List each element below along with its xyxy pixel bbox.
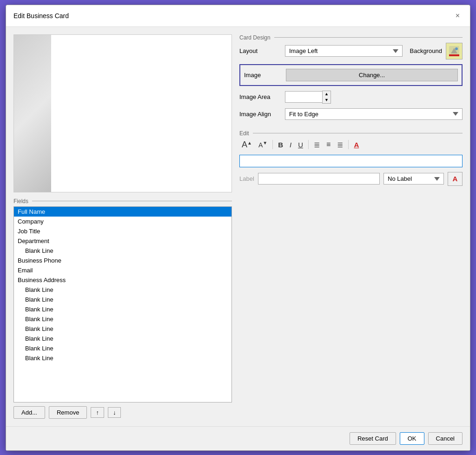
label-type-select[interactable]: No Label Right Left Above Below	[383, 173, 444, 185]
svg-rect-2	[449, 54, 459, 56]
increase-font-button[interactable]: A▲	[239, 138, 254, 151]
edit-text-input[interactable]	[239, 155, 463, 167]
align-left-button[interactable]: ≣	[311, 139, 322, 151]
label-text-label: Label	[239, 175, 254, 182]
image-area-input[interactable]: 16%	[285, 91, 322, 103]
list-item[interactable]: Email	[14, 265, 231, 275]
label-row: Label No Label Right Left Above Below A	[239, 172, 463, 186]
list-item[interactable]: Job Title	[14, 226, 231, 236]
card-preview-image	[14, 35, 51, 192]
ok-button[interactable]: OK	[400, 432, 424, 445]
dialog-body: Fields Full NameCompanyJob TitleDepartme…	[6, 27, 470, 426]
list-item[interactable]: Company	[14, 217, 231, 226]
image-align-select[interactable]: Fit to Edge Stretch Center	[285, 108, 463, 120]
remove-button[interactable]: Remove	[49, 406, 87, 419]
list-item[interactable]: Department	[14, 236, 231, 246]
list-item[interactable]: Blank Line	[14, 334, 231, 343]
list-item[interactable]: Business Address	[14, 275, 231, 285]
layout-label: Layout	[239, 47, 281, 54]
italic-button[interactable]: I	[287, 139, 294, 150]
fields-list: Full NameCompanyJob TitleDepartmentBlank…	[13, 206, 232, 402]
image-label: Image	[244, 72, 286, 79]
card-design-section: Card Design Layout Image Left Image Righ…	[239, 34, 463, 125]
label-color-button[interactable]: A	[448, 172, 463, 186]
spinner-buttons: ▲ ▼	[322, 91, 331, 104]
fields-section-label: Fields	[13, 198, 232, 204]
list-item[interactable]: Blank Line	[14, 353, 231, 363]
toolbar-sep-2	[308, 140, 309, 149]
card-preview	[13, 34, 232, 192]
change-image-button[interactable]: Change...	[286, 69, 458, 81]
background-label: Background	[410, 47, 442, 54]
edit-toolbar: A▲ A▼ B I U ≣ ≡ ≣ A	[239, 138, 463, 151]
dialog-footer: Reset Card OK Cancel	[6, 426, 470, 450]
background-button[interactable]	[446, 43, 463, 59]
image-box: Image Change...	[239, 64, 463, 86]
align-center-button[interactable]: ≡	[324, 139, 333, 150]
cancel-button[interactable]: Cancel	[428, 432, 463, 445]
image-area-spinner: 16% ▲ ▼	[285, 91, 331, 104]
align-right-button[interactable]: ≣	[335, 139, 345, 151]
list-item[interactable]: Blank Line	[14, 285, 231, 295]
svg-point-1	[455, 47, 458, 50]
spinner-down[interactable]: ▼	[323, 97, 331, 103]
image-align-label: Image Align	[239, 111, 281, 118]
toolbar-sep-3	[348, 140, 349, 149]
image-align-row: Image Align Fit to Edge Stretch Center	[239, 108, 463, 120]
toolbar-sep-1	[272, 140, 273, 149]
fields-section: Fields Full NameCompanyJob TitleDepartme…	[13, 198, 232, 419]
move-down-button[interactable]: ↓	[108, 407, 121, 418]
add-button[interactable]: Add...	[13, 406, 45, 419]
list-item[interactable]: Blank Line	[14, 343, 231, 353]
card-design-label: Card Design	[239, 34, 463, 41]
move-up-button[interactable]: ↑	[91, 407, 104, 418]
list-item[interactable]: Blank Line	[14, 295, 231, 304]
layout-select[interactable]: Image Left Image Right Image Top No Imag…	[285, 45, 403, 57]
fields-buttons: Add... Remove ↑ ↓	[13, 406, 232, 419]
dialog-title: Edit Business Card	[13, 12, 69, 20]
bold-button[interactable]: B	[276, 139, 285, 150]
left-panel: Fields Full NameCompanyJob TitleDepartme…	[13, 34, 232, 419]
edit-business-card-dialog: Edit Business Card × Fields Full NameCom…	[6, 5, 470, 451]
reset-card-button[interactable]: Reset Card	[350, 432, 396, 445]
layout-row: Layout Image Left Image Right Image Top …	[239, 43, 463, 59]
edit-section: Edit A▲ A▼ B I U ≣ ≡ ≣	[239, 130, 463, 419]
label-input[interactable]	[258, 173, 380, 185]
list-item[interactable]: Blank Line	[14, 246, 231, 256]
list-item[interactable]: Blank Line	[14, 304, 231, 314]
list-item[interactable]: Business Phone	[14, 256, 231, 265]
image-area-label: Image Area	[239, 93, 281, 100]
underline-button[interactable]: U	[296, 139, 305, 150]
title-bar: Edit Business Card ×	[6, 5, 470, 27]
list-item[interactable]: Blank Line	[14, 314, 231, 324]
close-button[interactable]: ×	[453, 11, 463, 21]
font-color-button[interactable]: A	[351, 139, 361, 150]
list-item[interactable]: Full Name	[14, 207, 231, 217]
right-panel: Card Design Layout Image Left Image Righ…	[239, 34, 463, 419]
spinner-up[interactable]: ▲	[323, 91, 331, 97]
image-area-row: Image Area 16% ▲ ▼	[239, 91, 463, 104]
decrease-font-button[interactable]: A▼	[256, 139, 270, 150]
list-item[interactable]: Blank Line	[14, 324, 231, 334]
edit-section-label: Edit	[239, 130, 463, 137]
